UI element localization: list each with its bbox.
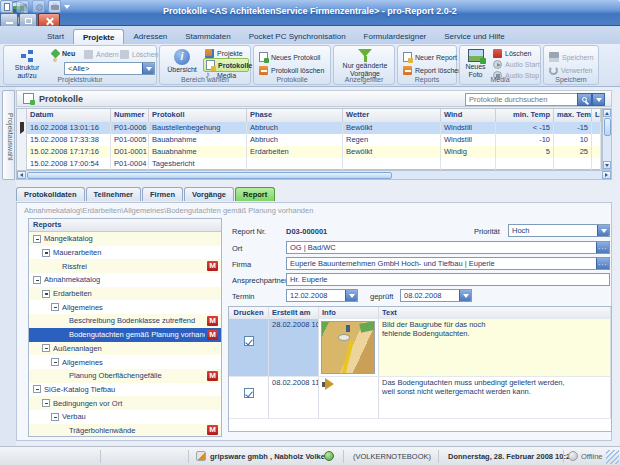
table-vertical-scrollbar[interactable] (602, 108, 612, 170)
ort-field[interactable]: OG | Bad/WC ... (286, 241, 610, 254)
drucken-checkbox[interactable] (244, 388, 254, 398)
tree-item[interactable]: Mangelkatalog (29, 232, 221, 246)
undo-icon[interactable] (32, 0, 45, 13)
tree-item[interactable]: Allgemeines (29, 300, 221, 314)
drucken-checkbox[interactable] (244, 336, 254, 346)
neu-button[interactable]: Neu (50, 49, 77, 58)
tab-protokolldaten[interactable]: Protokolldaten (16, 187, 85, 201)
print-icon[interactable] (48, 0, 61, 13)
tab-vorgaenge[interactable]: Vorgänge (184, 187, 234, 201)
collapse-icon[interactable] (33, 276, 41, 284)
scroll-down-icon[interactable] (605, 164, 609, 167)
nur-geaenderte-vorgaenge-button[interactable]: Nur geänderte Vorgänge (337, 48, 393, 79)
save-icon[interactable] (16, 0, 29, 13)
tab-stammdaten[interactable]: Stammdaten (176, 29, 239, 44)
scroll-left-icon[interactable] (20, 173, 23, 177)
tab-projekte[interactable]: Projekte (73, 29, 125, 44)
collapse-icon[interactable] (42, 249, 50, 257)
struktur-auf-zu-button[interactable]: Struktur auf/zu (7, 48, 47, 79)
tab-report[interactable]: Report (235, 187, 275, 201)
tree-item[interactable]: TrägerbohlenwändeM (29, 424, 221, 437)
col-wetter[interactable]: Wetter (343, 109, 441, 122)
tree-item[interactable]: Abnahmekatalog (29, 273, 221, 287)
tree-item[interactable]: Bedingungen vor Ort (29, 396, 221, 410)
ansprechpartner-field[interactable]: Hr. Euperle (286, 273, 610, 286)
loeschen-button[interactable]: Löschen (118, 49, 160, 60)
tab-start[interactable]: Start (38, 29, 73, 44)
firma-browse-button[interactable]: ... (596, 258, 609, 269)
col-min-temp[interactable]: min. Temp (496, 109, 554, 122)
collapse-icon[interactable] (51, 358, 59, 366)
calendar-chevron-icon[interactable] (345, 290, 357, 301)
scroll-up-icon[interactable] (605, 112, 609, 115)
tab-teilnehmer[interactable]: Teilnehmer (86, 187, 141, 201)
calendar-chevron-icon[interactable] (459, 290, 471, 301)
vertical-scroll-thumb[interactable] (604, 118, 611, 136)
prioritaet-select[interactable]: Hoch (508, 224, 610, 237)
table-row[interactable]: 16.02.2008 13:01:16 P01-0006 Baustellenb… (17, 122, 601, 134)
termin-date-field[interactable]: 12.02.2008 (286, 289, 358, 302)
search-options-chevron-icon[interactable] (592, 93, 605, 106)
col-phase[interactable]: Phase (247, 109, 343, 122)
chevron-down-icon[interactable] (597, 225, 609, 236)
firma-field[interactable]: Euperle Bauunternehmen GmbH Hoch- und Ti… (286, 257, 610, 270)
table-row[interactable]: 15.02.2008 17:33:38 P01-0005 Bauabnahme … (17, 134, 601, 146)
tree-item[interactable]: Verbau (29, 410, 221, 424)
col-wind[interactable]: Wind (441, 109, 496, 122)
tree-item[interactable]: SiGe-Katalog Tiefbau (29, 383, 221, 397)
tree-item[interactable]: Erdarbeiten (29, 287, 221, 301)
grid-row[interactable]: 28.02.2008 10:1 Bild der Baugrube für da… (229, 319, 611, 377)
collapse-icon[interactable] (42, 344, 50, 352)
new-document-icon[interactable] (0, 0, 13, 13)
collapse-icon[interactable] (33, 235, 41, 243)
table-horizontal-scrollbar[interactable] (16, 170, 612, 180)
photo-thumbnail[interactable] (321, 321, 375, 374)
search-icon[interactable] (577, 93, 592, 106)
table-row[interactable]: 15.02.2008 17:17:16 D01-0001 Bauabnahme … (17, 146, 601, 158)
col-nummer[interactable]: Nummer (111, 109, 149, 122)
tree-item-selected[interactable]: Bodengutachten gemäß Planung vorhancM (29, 328, 221, 342)
tab-pocket-pc-synchronisation[interactable]: Pocket PC Synchronisation (240, 29, 355, 44)
tree-item[interactable]: Außenanlagen (29, 342, 221, 356)
col-protokoll[interactable]: Protokoll (149, 109, 247, 122)
neues-foto-button[interactable]: Neues Foto (462, 48, 489, 79)
verwerfen-button[interactable]: Verwerfen (547, 65, 595, 76)
audio-start-button[interactable]: Audio Start (491, 59, 542, 70)
resize-grip[interactable] (606, 450, 619, 464)
tab-adressen[interactable]: Adressen (124, 29, 176, 44)
ort-browse-button[interactable]: ... (596, 242, 609, 253)
tree-item[interactable]: Allgemeines (29, 355, 221, 369)
media-loeschen-button[interactable]: Löschen (491, 48, 533, 59)
horizontal-scroll-thumb[interactable] (27, 172, 392, 179)
report-loeschen-button[interactable]: Report löschen (401, 65, 464, 76)
collapse-icon[interactable] (33, 385, 41, 393)
col-info[interactable]: Info (319, 307, 379, 319)
aendern-button[interactable]: Ändern (82, 49, 121, 60)
tab-service-und-hilfe[interactable]: Service und Hilfe (435, 29, 513, 44)
projekt-filter-combobox[interactable]: <Alle> (64, 62, 155, 75)
neues-protokoll-button[interactable]: Neues Protokoll (257, 51, 322, 63)
protokoll-loeschen-button[interactable]: Protokoll löschen (257, 65, 326, 76)
col-luf[interactable]: Luf (592, 109, 601, 122)
col-datum[interactable]: Datum (27, 109, 111, 122)
col-text[interactable]: Text (379, 307, 611, 319)
collapse-icon[interactable] (42, 399, 50, 407)
collapse-icon[interactable] (42, 290, 50, 298)
tree-item[interactable]: RissfreiM (29, 259, 221, 273)
collapse-icon[interactable] (51, 413, 59, 421)
tree-item[interactable]: Planung OberflächengefälleM (29, 369, 221, 383)
col-erstellt-am[interactable]: Erstellt am (269, 307, 319, 319)
collapse-icon[interactable] (51, 303, 59, 311)
qat-more-button[interactable] (64, 5, 70, 9)
col-max-temp[interactable]: max. Temp (554, 109, 592, 122)
tab-firmen[interactable]: Firmen (142, 187, 183, 201)
table-row[interactable]: 15.02.2008 17:00:54 P01-0004 Tagesberich… (17, 158, 601, 170)
tree-item[interactable]: Beschreibung Bodenklasse zutreffendM (29, 314, 221, 328)
uebersicht-button[interactable]: Übersicht (163, 48, 201, 79)
projektauswahl-side-tab[interactable]: Projektauswahl (2, 90, 15, 180)
tab-formulardesigner[interactable]: Formulardesigner (355, 29, 436, 44)
geprueft-date-field[interactable]: 08.02.2008 (400, 289, 472, 302)
tree-item[interactable]: Mauerarbeiten (29, 246, 221, 260)
speichern-button[interactable]: Speichern (547, 51, 596, 63)
search-input[interactable] (465, 93, 577, 106)
